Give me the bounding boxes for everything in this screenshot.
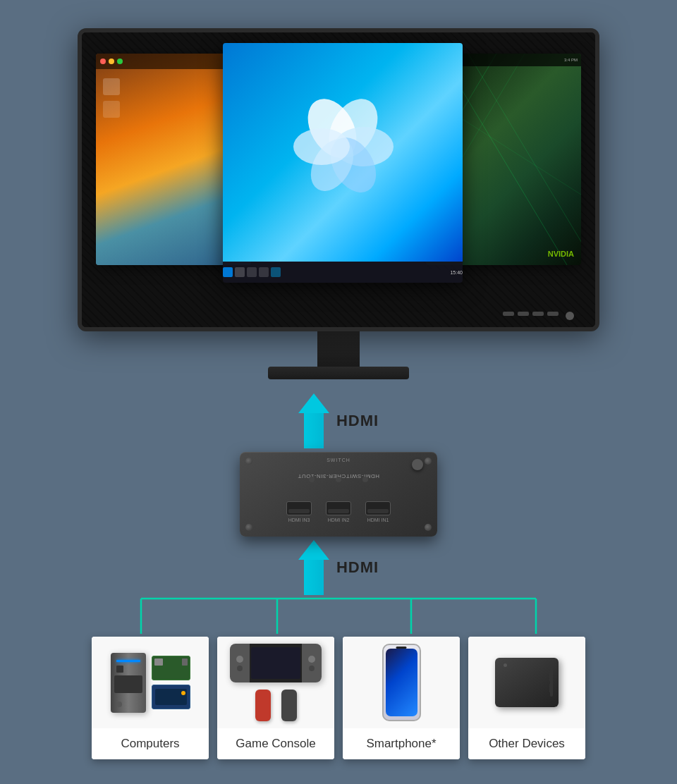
- hdmi-port-3: HDMI IN3: [286, 501, 312, 522]
- black-box: [495, 658, 559, 707]
- monitor-buttons: [503, 312, 574, 320]
- connections-section: Computers: [63, 595, 614, 759]
- svg-line-7: [468, 54, 581, 265]
- monitor-stand-neck: [317, 331, 360, 367]
- device-image-smartphone: [343, 637, 460, 728]
- windows-flower-icon: [286, 90, 399, 203]
- monitor-screen: 15:40 NVIDIA: [82, 32, 595, 327]
- device-image-game-console: [217, 637, 334, 728]
- monitor-section: 15:40 NVIDIA: [78, 28, 599, 379]
- screw-br: [425, 524, 432, 531]
- device-label-game-console: Game Console: [217, 728, 334, 759]
- hdmi-switcher: SWITCH HDMI-SWITCHER-3IN-1OUT HDMI IN3: [240, 452, 437, 537]
- phone-screen: [386, 649, 417, 716]
- screen-center: 15:40: [223, 43, 463, 283]
- hdmi-arrow-up-bottom: [298, 540, 329, 595]
- device-label-other-devices: Other Devices: [468, 728, 585, 759]
- hdmi-label-top: HDMI: [298, 393, 379, 448]
- connection-lines-svg: [63, 595, 614, 634]
- hdmi-port-1: HDMI IN1: [365, 501, 391, 522]
- device-label-smartphone: Smartphone*: [343, 728, 460, 759]
- monitor-frame: 15:40 NVIDIA: [78, 28, 599, 331]
- hdmi-port-2: HDMI IN2: [326, 501, 351, 522]
- switch-label: SWITCH: [327, 458, 350, 463]
- monitor-stand-base: [268, 367, 409, 379]
- hdmi-port-label-2: HDMI IN2: [328, 517, 350, 522]
- device-card-game-console: Game Console: [217, 637, 334, 759]
- hdmi-port-connector-3: [286, 501, 312, 515]
- hdmi-label-bottom: HDMI: [298, 540, 379, 595]
- hdmi-port-label-3: HDMI IN3: [288, 517, 310, 522]
- screw-bl: [245, 524, 252, 531]
- screw-tl: [245, 458, 252, 465]
- device-card-smartphone: Smartphone*: [343, 637, 460, 759]
- led-dots: [309, 477, 368, 482]
- device-image-other-devices: [468, 637, 585, 728]
- page: 15:40 NVIDIA: [0, 0, 677, 784]
- device-card-other-devices: Other Devices: [468, 637, 585, 759]
- devices-row: Computers: [63, 637, 614, 759]
- taskbar: 15:40: [223, 262, 463, 283]
- screw-tr: [425, 458, 432, 465]
- device-image-computers: [92, 637, 209, 728]
- hdmi-label-bottom-text: HDMI: [336, 558, 379, 577]
- switcher-ports: HDMI IN3 HDMI IN2 HDMI IN1: [286, 501, 391, 522]
- hdmi-label-top-text: HDMI: [336, 412, 379, 430]
- switcher-box: SWITCH HDMI-SWITCHER-3IN-1OUT HDMI IN3: [240, 452, 437, 537]
- phone-notch: [396, 647, 407, 649]
- hdmi-port-label-1: HDMI IN1: [367, 517, 389, 522]
- hdmi-port-connector-2: [326, 501, 351, 515]
- device-label-computers: Computers: [92, 728, 209, 759]
- led-1: [309, 477, 315, 482]
- svg-point-5: [293, 128, 350, 165]
- screen-center-bg: [223, 43, 463, 262]
- nvidia-logo: NVIDIA: [548, 250, 574, 258]
- led-3: [362, 477, 368, 482]
- phone-body: [382, 644, 421, 721]
- led-2: [336, 477, 341, 482]
- switcher-button: [412, 459, 423, 470]
- hdmi-arrow-up-top: [298, 393, 329, 448]
- device-card-computers: Computers: [92, 637, 209, 759]
- hdmi-port-connector-1: [365, 501, 391, 515]
